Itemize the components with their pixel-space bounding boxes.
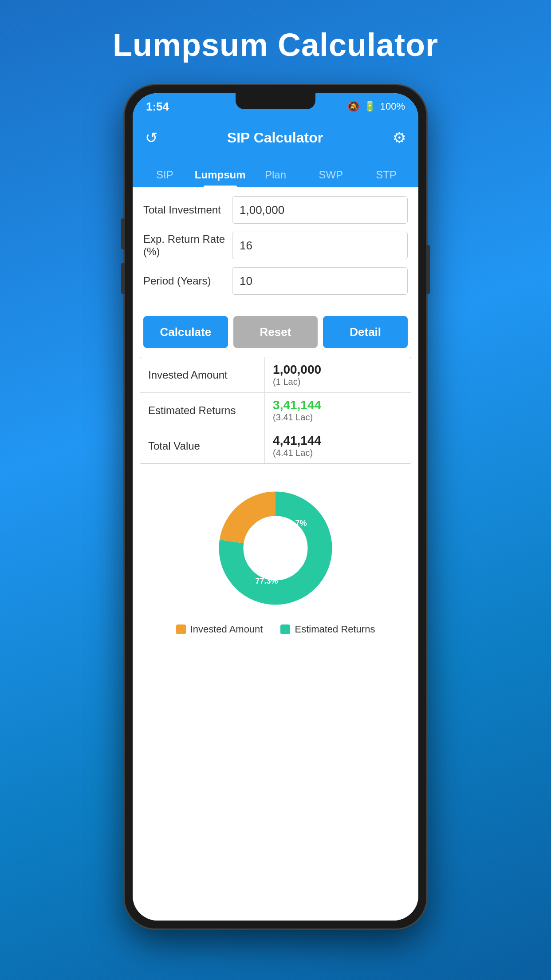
period-input[interactable] bbox=[232, 267, 408, 295]
chart-legend: Invested Amount Estimated Returns bbox=[176, 624, 375, 635]
content-area: Total Investment Exp. Return Rate (%) Pe… bbox=[133, 187, 418, 921]
estimated-returns-value: 3,41,144 (3.41 Lac) bbox=[265, 393, 411, 428]
total-investment-input[interactable] bbox=[232, 196, 408, 224]
notification-icon: 🔕 bbox=[347, 101, 359, 112]
phone-frame: 1:54 🔕 🔋 100% ↺ SIP Calculator ⚙ SIP Lum… bbox=[125, 85, 426, 929]
results-table: Invested Amount 1,00,000 (1 Lac) Estimat… bbox=[140, 357, 411, 464]
total-investment-row: Total Investment bbox=[143, 196, 408, 224]
invested-amount-main: 1,00,000 bbox=[273, 363, 403, 377]
returns-percent-label: 77.3% bbox=[255, 577, 278, 585]
battery-level: 100% bbox=[380, 101, 405, 112]
return-rate-input[interactable] bbox=[232, 232, 408, 259]
total-investment-label: Total Investment bbox=[143, 204, 232, 216]
page-title: Lumpsum Calculator bbox=[113, 27, 438, 63]
phone-notch bbox=[236, 93, 315, 109]
tab-sip[interactable]: SIP bbox=[137, 169, 193, 187]
invested-amount-sub: (1 Lac) bbox=[273, 377, 403, 387]
status-time: 1:54 bbox=[146, 100, 169, 114]
total-value-label: Total Value bbox=[140, 428, 265, 463]
tab-stp[interactable]: STP bbox=[358, 169, 414, 187]
form-section: Total Investment Exp. Return Rate (%) Pe… bbox=[133, 187, 418, 312]
returns-legend-dot bbox=[280, 624, 290, 634]
invested-amount-label: Invested Amount bbox=[140, 357, 265, 392]
invested-legend-label: Invested Amount bbox=[190, 624, 263, 635]
status-icons: 🔕 🔋 100% bbox=[347, 101, 405, 112]
total-value-value: 4,41,144 (4.41 Lac) bbox=[265, 428, 411, 463]
total-value-sub: (4.41 Lac) bbox=[273, 448, 403, 458]
tab-lumpsum[interactable]: Lumpsum bbox=[193, 169, 248, 187]
app-header: ↺ SIP Calculator ⚙ bbox=[133, 120, 418, 155]
detail-button[interactable]: Detail bbox=[323, 316, 408, 348]
battery-icon: 🔋 bbox=[364, 101, 376, 112]
invested-legend-dot bbox=[176, 624, 186, 634]
phone-screen: 1:54 🔕 🔋 100% ↺ SIP Calculator ⚙ SIP Lum… bbox=[133, 93, 418, 921]
chart-container: 22.7% 77.3% Invested Amount Estimated Re… bbox=[133, 468, 418, 644]
calculate-button[interactable]: Calculate bbox=[143, 316, 228, 348]
period-row: Period (Years) bbox=[143, 267, 408, 295]
volume-up-button bbox=[121, 218, 125, 249]
tab-swp[interactable]: SWP bbox=[303, 169, 358, 187]
return-rate-label: Exp. Return Rate (%) bbox=[143, 233, 232, 258]
estimated-returns-main: 3,41,144 bbox=[273, 398, 403, 412]
invested-amount-row: Invested Amount 1,00,000 (1 Lac) bbox=[140, 357, 411, 393]
invested-percent-label: 22.7% bbox=[284, 519, 307, 528]
legend-invested: Invested Amount bbox=[176, 624, 263, 635]
reset-button[interactable]: Reset bbox=[233, 316, 318, 348]
returns-legend-label: Estimated Returns bbox=[295, 624, 375, 635]
estimated-returns-sub: (3.41 Lac) bbox=[273, 412, 403, 423]
legend-returns: Estimated Returns bbox=[280, 624, 375, 635]
donut-chart: 22.7% 77.3% bbox=[209, 482, 342, 615]
tab-plan[interactable]: Plan bbox=[248, 169, 303, 187]
estimated-returns-row: Estimated Returns 3,41,144 (3.41 Lac) bbox=[140, 393, 411, 428]
total-value-main: 4,41,144 bbox=[273, 434, 403, 448]
period-label: Period (Years) bbox=[143, 275, 232, 287]
settings-icon[interactable]: ⚙ bbox=[393, 129, 406, 146]
tab-bar: SIP Lumpsum Plan SWP STP bbox=[133, 155, 418, 187]
button-row: Calculate Reset Detail bbox=[133, 312, 418, 357]
power-button bbox=[426, 245, 430, 294]
return-rate-row: Exp. Return Rate (%) bbox=[143, 232, 408, 259]
total-value-row: Total Value 4,41,144 (4.41 Lac) bbox=[140, 428, 411, 463]
estimated-returns-label: Estimated Returns bbox=[140, 393, 265, 428]
history-icon[interactable]: ↺ bbox=[145, 129, 157, 146]
volume-down-button bbox=[121, 263, 125, 294]
invested-amount-value: 1,00,000 (1 Lac) bbox=[265, 357, 411, 392]
app-title: SIP Calculator bbox=[227, 130, 323, 146]
